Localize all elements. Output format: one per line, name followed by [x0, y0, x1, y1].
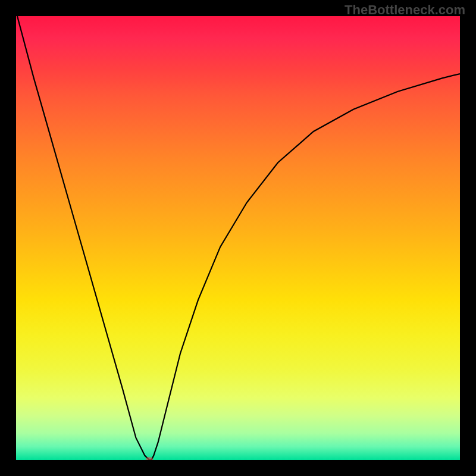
plot-area — [16, 16, 460, 460]
curve-svg — [16, 16, 460, 460]
bottleneck-curve — [16, 16, 460, 460]
optimal-point-marker — [145, 457, 153, 460]
watermark-text: TheBottleneck.com — [345, 2, 465, 18]
